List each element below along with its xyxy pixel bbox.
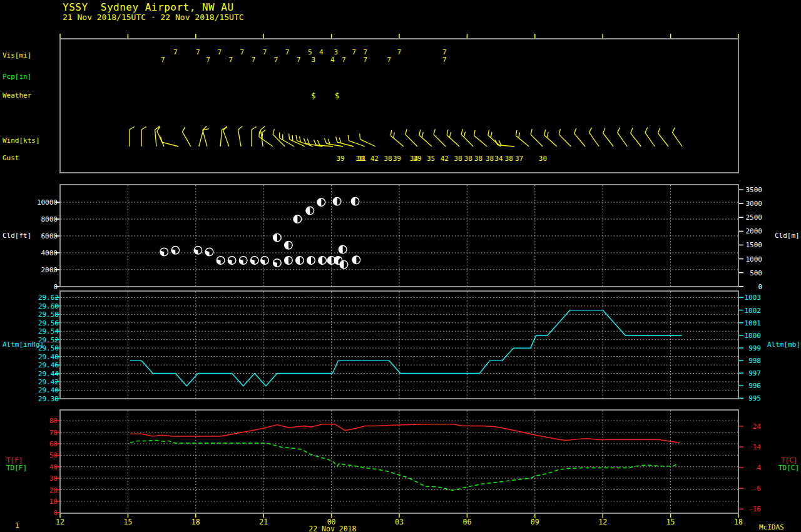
svg-text:7: 7 [342,56,346,64]
cloud-cover-symbol [333,198,341,206]
cloud-cover-symbol [228,257,236,265]
svg-text:7: 7 [240,48,245,56]
cloud-cover-symbol [194,247,202,255]
svg-text:996: 996 [748,382,761,390]
cloud-cover-symbol [217,257,225,265]
svg-text:38: 38 [486,155,494,163]
svg-text:7: 7 [274,56,278,64]
wind-barb [589,128,599,146]
svg-text:1003: 1003 [745,294,762,302]
svg-text:3: 3 [311,56,315,64]
wind-barb [658,128,668,146]
cloud-cover-symbol [339,245,347,253]
svg-text:7: 7 [352,48,356,56]
svg-text:2500: 2500 [746,213,763,222]
wind-barb [223,126,229,146]
svg-text:40: 40 [49,463,58,471]
svg-text:42: 42 [370,155,379,163]
temperature-line [130,424,680,442]
cloud-points [160,198,360,269]
wind-barb [130,127,135,147]
svg-text:997: 997 [748,369,761,377]
wind-barb [260,126,265,146]
wind-barb [155,126,160,146]
wind-barb [157,126,164,146]
cloud-cover-symbol [340,260,348,269]
wind-barb [603,128,614,146]
svg-text:24: 24 [753,422,762,431]
wind-barb [348,135,365,146]
wind-barb [238,126,242,146]
wind-barb [406,129,417,146]
svg-text:7: 7 [161,56,165,64]
svg-text:60: 60 [49,440,58,448]
svg-text:29.44: 29.44 [38,370,59,378]
svg-text:29.58: 29.58 [38,310,59,319]
svg-text:70: 70 [49,429,58,437]
svg-text:7: 7 [442,56,447,64]
svg-text:38: 38 [464,155,472,163]
svg-text:500: 500 [750,269,762,277]
svg-text:39: 39 [393,155,401,163]
svg-text:06: 06 [462,518,471,526]
svg-text:30: 30 [49,474,58,483]
svg-text:$: $ [335,91,340,100]
wind-barb [461,129,473,146]
cloud-cover-symbol [317,198,325,207]
svg-text:2000: 2000 [746,227,763,235]
cloud-cover-symbol [160,248,168,256]
svg-text:38: 38 [454,155,462,163]
svg-text:38: 38 [505,155,513,163]
svg-text:29.52: 29.52 [38,336,59,344]
svg-text:29.60: 29.60 [38,302,59,310]
meteogram-plot: 121518210003060912151822 Nov 20180200040… [0,0,801,532]
cloud-cover-symbol [171,247,180,255]
svg-text:0: 0 [53,509,58,517]
svg-text:7: 7 [206,56,210,64]
svg-text:15: 15 [666,518,675,526]
svg-text:995: 995 [748,394,761,402]
svg-text:50: 50 [49,451,58,459]
svg-text:1001: 1001 [745,319,762,327]
wind-barb [559,129,571,146]
svg-text:7: 7 [228,56,233,64]
cloud-cover-symbol [205,248,213,256]
svg-text:7: 7 [217,48,222,56]
svg-text:1000: 1000 [745,332,762,340]
wind-barb [419,130,432,146]
wind-barb [531,129,543,146]
wind-barb [574,128,585,146]
svg-text:4000: 4000 [41,249,58,257]
cloud-cover-symbol [285,257,293,265]
svg-text:38: 38 [384,155,392,163]
cloud-cover-symbol [319,257,327,265]
dewpoint-line [130,440,677,490]
svg-text:1002: 1002 [745,307,762,315]
svg-text:21: 21 [259,518,268,526]
svg-text:1000: 1000 [746,255,763,263]
wind-barb [488,130,501,146]
wind-barb [495,140,514,146]
svg-text:12: 12 [598,518,607,526]
svg-text:10: 10 [49,498,58,506]
svg-text:7: 7 [252,56,256,64]
wind-barb [645,128,655,146]
svg-text:03: 03 [395,518,404,526]
wind-barb [199,129,209,146]
cloud-cover-symbol [293,215,302,223]
svg-text:0: 0 [53,283,58,291]
svg-text:20: 20 [49,486,58,494]
meteogram-stage: YSSY Sydney Airport, NW AU 21 Nov 2018/1… [0,0,801,532]
surface-rows: 7777775437777777777347777$$3930314238393… [161,48,547,163]
cloud-cover-symbol [351,198,359,206]
cloud-cover-symbol [273,233,282,242]
svg-text:29.40: 29.40 [38,386,59,394]
wind-barb [280,133,294,147]
svg-text:14: 14 [753,443,762,451]
cloud-cover-symbol [306,207,314,215]
svg-text:18: 18 [734,518,743,526]
wind-barb [618,128,627,146]
svg-text:4: 4 [319,48,324,56]
svg-text:42: 42 [441,155,449,163]
svg-text:$: $ [311,91,316,100]
